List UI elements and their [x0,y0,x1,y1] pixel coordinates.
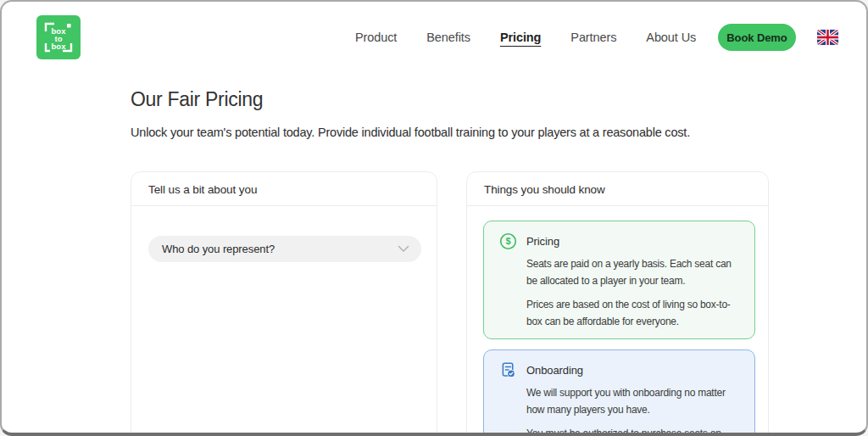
things-to-know-card-title: Things you should know [467,172,768,206]
book-demo-button[interactable]: Book Demo [718,24,796,51]
nav-item-about-us[interactable]: About Us [646,31,696,44]
nav-item-pricing[interactable]: Pricing [500,31,541,44]
pricing-info-box: $ Pricing Seats are paid on a yearly bas… [483,221,755,339]
about-you-card-title: Tell us a bit about you [131,172,437,206]
onboarding-info-title: Onboarding [526,364,583,377]
onboarding-info-paragraph: You must be authorized to purchase seats… [526,426,741,436]
browser-viewport: box to box Product Benefits Pricing Part… [0,0,868,436]
represent-dropdown-value: Who do you represent? [162,243,275,255]
things-to-know-card: Things you should know $ Pricing Seats a… [466,171,769,436]
pricing-info-paragraph: Prices are based on the cost of living s… [526,297,741,330]
svg-text:box: box [52,42,67,51]
pricing-info-paragraph: Seats are paid on a yearly basis. Each s… [526,256,741,289]
chevron-down-icon [398,245,409,253]
dollar-circle-icon: $ [499,232,517,250]
pricing-info-title: Pricing [526,235,559,248]
main-navigation: Product Benefits Pricing Partners About … [355,2,696,73]
about-you-card: Tell us a bit about you Who do you repre… [131,171,437,436]
represent-dropdown[interactable]: Who do you represent? [148,236,421,262]
uk-flag-icon[interactable] [817,30,838,45]
page-title: Our Fair Pricing [131,88,263,111]
page-subtitle: Unlock your team's potential today. Prov… [131,126,690,139]
onboarding-info-paragraph: We will support you with onboarding no m… [526,385,741,418]
nav-item-partners[interactable]: Partners [570,31,616,44]
onboarding-info-box: Onboarding We will support you with onbo… [483,349,755,436]
svg-text:$: $ [505,236,510,246]
box-to-box-logo-icon[interactable]: box to box [36,15,81,59]
document-check-icon [499,361,517,379]
nav-item-benefits[interactable]: Benefits [426,31,470,44]
nav-item-product[interactable]: Product [355,31,397,44]
